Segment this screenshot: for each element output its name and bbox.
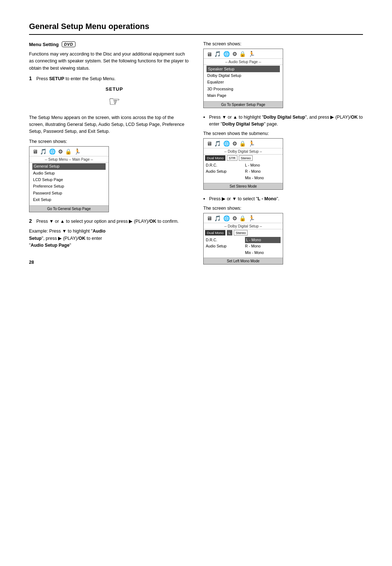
- screen-2-item-dolby: Dolby Digital Setup: [207, 72, 280, 79]
- screen-3-r-mono: R - Mono: [245, 168, 281, 175]
- intro-text: Functions may very according to the Disc…: [29, 51, 189, 72]
- music-icon-4: 🎵: [214, 215, 221, 222]
- monitor-icon-4: 🖥: [207, 215, 212, 221]
- screen-4-mix-mono: Mix - Mono: [245, 250, 281, 256]
- setup-label: SETUP: [106, 86, 123, 92]
- gear-icon: ⚙: [58, 148, 63, 155]
- person-icon: 🏃: [74, 148, 81, 155]
- screen-4-audio-setup: Audio Setup: [206, 243, 241, 250]
- lock-icon-2: 🔒: [239, 51, 246, 57]
- bullet-1: • Press ▼ or ▲ to highlight "Dolby Digit…: [203, 114, 363, 128]
- menu-setting-label: Menu Setting: [29, 42, 59, 47]
- screen-4-tabs: Dual Mono L Stereo: [204, 229, 283, 236]
- monitor-icon: 🖥: [32, 148, 38, 155]
- screen-3-l-mono: L - Mono: [245, 162, 281, 169]
- screen-4-page-label: -- Dolby Digital Setup --: [204, 223, 283, 229]
- screen-3-content: D.R.C. Audio Setup L - Mono R - Mono Mix…: [204, 161, 283, 183]
- screen-2-item-speaker: Speaker Setup: [207, 66, 280, 72]
- right-column: The screen shows: 🖥 🎵 🌐 ⚙ 🔒 🏃 -- Audio S…: [203, 41, 363, 270]
- step-2: 2 Press ▼ or ▲ to select your option and…: [29, 218, 189, 225]
- screen-2-icons-row: 🖥 🎵 🌐 ⚙ 🔒 🏃: [204, 49, 283, 59]
- screen-1-item-general-setup: General Setup: [32, 163, 106, 170]
- person-icon-3: 🏃: [248, 140, 255, 147]
- screen-3-page-label: -- Dolby Digital Setup --: [204, 148, 283, 155]
- screen-3-drc: D.R.C.: [206, 162, 241, 169]
- screen-shows-3: The screen shows the submenu:: [203, 131, 363, 136]
- screen-4-left-col: D.R.C. Audio Setup: [206, 237, 241, 256]
- screen-4-tab-stereo: Stereo: [234, 230, 248, 235]
- person-icon-4: 🏃: [248, 215, 255, 222]
- dvd-badge: DVD: [62, 41, 76, 47]
- gear-icon-2: ⚙: [232, 51, 237, 57]
- screen-1-icons-row: 🖥 🎵 🌐 ⚙ 🔒 🏃: [29, 147, 109, 156]
- music-icon: 🎵: [40, 148, 47, 155]
- setup-menu-description: The Setup Menu appears on the screen, wi…: [29, 114, 189, 135]
- bullet-2-dot: •: [203, 196, 207, 203]
- screen-4-tab-dual-mono: Dual Mono: [205, 230, 225, 235]
- hand-press-icon: ☞: [109, 94, 120, 109]
- screen-2-item-main: Main Page: [207, 93, 280, 99]
- screen-2-item-3d: 3D Processing: [207, 86, 280, 92]
- person-icon-2: 🏃: [248, 51, 255, 57]
- screen-3-left-col: D.R.C. Audio Setup: [206, 162, 241, 181]
- music-icon-2: 🎵: [214, 51, 221, 57]
- screen-3-mix-mono: Mix - Mono: [245, 175, 281, 181]
- screen-3-tab-dual-mono: Dual Mono: [205, 155, 225, 161]
- screen-1-item-preference: Preference Setup: [32, 183, 106, 190]
- screen-2-menu-items: Speaker Setup Dolby Digital Setup Equali…: [204, 65, 283, 101]
- screen-1: 🖥 🎵 🌐 ⚙ 🔒 🏃 -- Setup Menu -- Main Page -…: [29, 146, 109, 212]
- left-column: Menu Setting DVD Functions may very acco…: [29, 41, 189, 265]
- screen-4: 🖥 🎵 🌐 ⚙ 🔒 🏃 -- Dolby Digital Setup -- Du…: [203, 213, 283, 264]
- screen-1-item-audio-setup: Audio Setup: [32, 170, 106, 176]
- page-title: General Setup Menu operations: [29, 22, 363, 35]
- screen-3-right-col: L - Mono R - Mono Mix - Mono: [245, 162, 281, 181]
- screen-3-icons-row: 🖥 🎵 🌐 ⚙ 🔒 🏃: [204, 139, 283, 148]
- step-1: 1 Press SETUP to enter the Setup Menu.: [29, 75, 189, 82]
- screen-4-l-mono: L - Mono: [245, 237, 281, 243]
- globe-icon-2: 🌐: [223, 51, 230, 57]
- lock-icon-3: 🔒: [239, 140, 246, 147]
- screen-2: 🖥 🎵 🌐 ⚙ 🔒 🏃 -- Audio Setup Page -- Speak…: [203, 49, 283, 108]
- screen-4-right-col: L - Mono R - Mono Mix - Mono: [245, 237, 281, 256]
- globe-icon-4: 🌐: [223, 215, 230, 222]
- screen-1-bottom-bar: Go To General Setup Page: [29, 205, 109, 212]
- screen-4-drc: D.R.C.: [206, 237, 241, 243]
- screen-1-menu-items: General Setup Audio Setup LCD Setup Page…: [29, 163, 109, 205]
- screen-1-item-lcd: LCD Setup Page: [32, 176, 106, 183]
- step-2-text: Press ▼ or ▲ to select your option and p…: [36, 218, 179, 225]
- screen-1-page-label: -- Setup Menu -- Main Page --: [29, 156, 109, 163]
- setup-illustration: SETUP ☞: [40, 86, 189, 109]
- monitor-icon-2: 🖥: [207, 51, 212, 57]
- screen-shows-2: The screen shows:: [203, 41, 363, 46]
- music-icon-3: 🎵: [214, 140, 221, 147]
- step-2-example: Example: Press ▼ to highlight "AudioSetu…: [29, 228, 189, 249]
- screen-3-audio-setup: Audio Setup: [206, 168, 241, 175]
- screen-4-bottom-bar: Set Left Mono Mode: [204, 258, 283, 264]
- step-1-number: 1: [29, 75, 34, 81]
- screen-4-r-mono: R - Mono: [245, 243, 281, 250]
- screen-2-bottom-bar: Go To Speaker Setup Page: [204, 101, 283, 108]
- lock-icon: 🔒: [65, 148, 72, 155]
- monitor-icon-3: 🖥: [207, 140, 212, 147]
- globe-icon: 🌐: [49, 148, 56, 155]
- step-2-number: 2: [29, 218, 34, 224]
- screen-3-tab-stereo: Stereo: [239, 155, 253, 161]
- screen-3-tabs: Dual Mono STR Stereo: [204, 155, 283, 161]
- globe-icon-3: 🌐: [223, 140, 230, 147]
- screen-3: 🖥 🎵 🌐 ⚙ 🔒 🏃 -- Dolby Digital Setup -- Du…: [203, 138, 283, 190]
- bullet-2-text: Press ▶ or ▼ to select "L - Mono".: [209, 196, 279, 202]
- screen-1-item-password: Password Setup: [32, 190, 106, 196]
- screen-shows-1: The screen shows:: [29, 139, 189, 144]
- screen-3-tab-str: STR: [227, 155, 237, 161]
- lock-icon-4: 🔒: [239, 215, 246, 222]
- screen-2-item-eq: Equalizer: [207, 79, 280, 86]
- screen-4-content: D.R.C. Audio Setup L - Mono R - Mono Mix…: [204, 236, 283, 258]
- screen-4-icons-row: 🖥 🎵 🌐 ⚙ 🔒 🏃: [204, 213, 283, 223]
- screen-shows-4: The screen shows:: [203, 206, 363, 211]
- screen-3-bottom-bar: Set Stereo Mode: [204, 183, 283, 189]
- bullet-1-dot: •: [203, 114, 207, 121]
- page-number: 28: [29, 260, 189, 265]
- screen-2-page-label: -- Audio Setup Page --: [204, 59, 283, 65]
- bullet-2: • Press ▶ or ▼ to select "L - Mono".: [203, 196, 363, 203]
- screen-4-tab-l: L: [227, 230, 232, 235]
